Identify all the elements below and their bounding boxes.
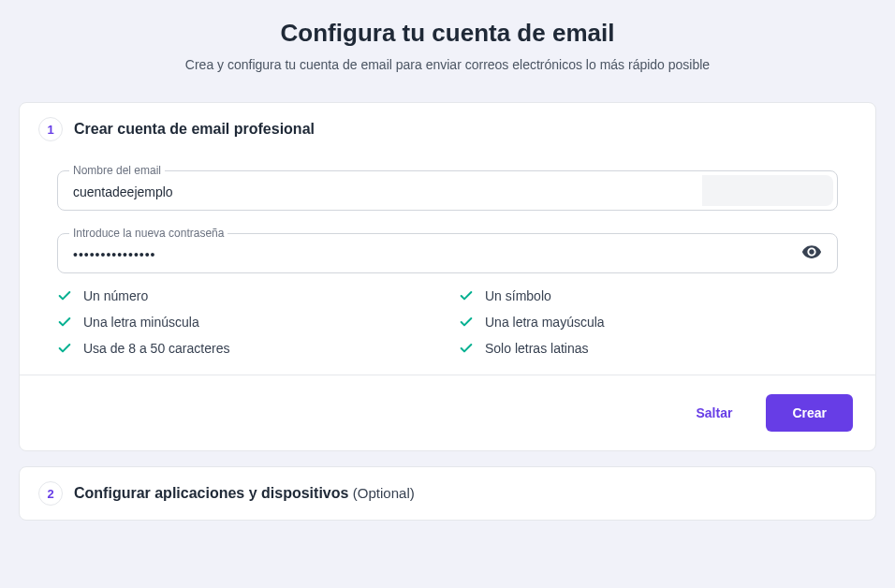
step2-title: Configurar aplicaciones y dispositivos (… <box>74 485 415 502</box>
check-icon <box>459 315 474 330</box>
requirement-lowercase: Una letra minúscula <box>57 315 436 330</box>
step2-number: 2 <box>38 481 63 506</box>
email-label: Nombre del email <box>69 164 165 177</box>
password-label: Introduce la nueva contraseña <box>69 227 227 240</box>
email-field-wrapper: Nombre del email <box>57 170 838 211</box>
page-header: Configura tu cuenta de email Crea y conf… <box>19 19 876 72</box>
step1-header: 1 Crear cuenta de email profesional <box>20 103 875 155</box>
requirement-label: Usa de 8 a 50 caracteres <box>83 341 229 356</box>
step1-footer: Saltar Crear <box>20 375 875 450</box>
requirement-label: Una letra mayúscula <box>485 315 605 330</box>
password-requirements: Un número Un símbolo Una letra minúscula <box>57 288 838 356</box>
requirement-uppercase: Una letra mayúscula <box>459 315 838 330</box>
step2-optional: (Optional) <box>353 485 415 501</box>
eye-icon <box>801 242 822 265</box>
requirement-label: Un número <box>83 288 148 303</box>
requirement-number: Un número <box>57 288 436 303</box>
step2-header: 2 Configurar aplicaciones y dispositivos… <box>20 467 875 520</box>
requirement-symbol: Un símbolo <box>459 288 838 303</box>
step2-title-text: Configurar aplicaciones y dispositivos <box>74 485 353 501</box>
requirement-latin: Solo letras latinas <box>459 341 838 356</box>
email-input[interactable] <box>73 183 687 199</box>
step1-number: 1 <box>38 117 63 141</box>
step2-card[interactable]: 2 Configurar aplicaciones y dispositivos… <box>19 466 876 521</box>
step1-body: Nombre del email Introduce la nueva cont… <box>20 155 875 356</box>
create-button[interactable]: Crear <box>766 394 853 432</box>
step1-title: Crear cuenta de email profesional <box>74 121 315 138</box>
check-icon <box>57 288 72 303</box>
email-domain-suffix <box>702 175 833 206</box>
toggle-password-visibility-button[interactable] <box>798 240 826 268</box>
password-field-wrapper: Introduce la nueva contraseña <box>57 233 838 273</box>
page-title: Configura tu cuenta de email <box>19 19 876 48</box>
check-icon <box>57 315 72 330</box>
requirement-label: Un símbolo <box>485 288 551 303</box>
skip-button[interactable]: Saltar <box>684 396 743 430</box>
password-input[interactable] <box>73 245 790 262</box>
check-icon <box>459 341 474 356</box>
requirement-length: Usa de 8 a 50 caracteres <box>57 341 436 356</box>
requirement-label: Una letra minúscula <box>83 315 199 330</box>
page-subtitle: Crea y configura tu cuenta de email para… <box>19 57 876 72</box>
requirement-label: Solo letras latinas <box>485 341 589 356</box>
step1-card: 1 Crear cuenta de email profesional Nomb… <box>19 102 876 451</box>
check-icon <box>459 288 474 303</box>
check-icon <box>57 341 72 356</box>
